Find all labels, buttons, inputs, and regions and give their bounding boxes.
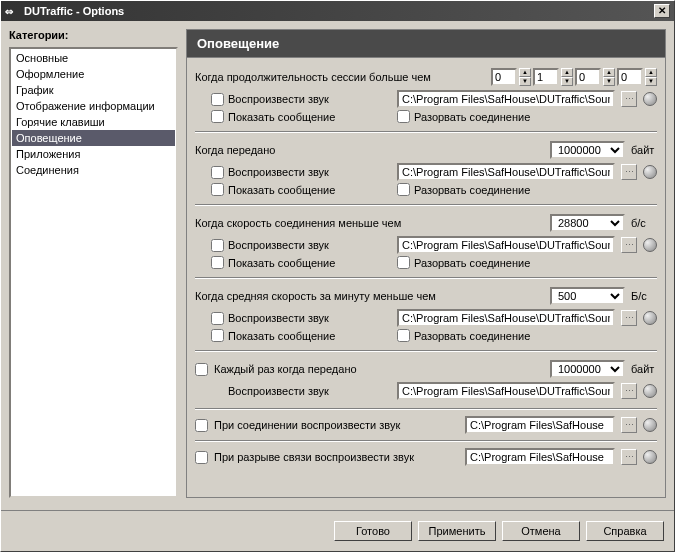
play-icon[interactable] [643, 450, 657, 464]
spin-up[interactable]: ▲ [519, 68, 531, 77]
section-transferred: Когда передано 1000000 байт Воспроизвест… [195, 139, 657, 196]
section-avg-speed: Когда средняя скорость за минуту меньше … [195, 285, 657, 342]
unit-byte: байт [631, 363, 657, 375]
sidebar-item[interactable]: Горячие клавиши [12, 114, 175, 130]
row-on-disconnect: При разрыве связи воспроизвести звук ⋯ [195, 448, 657, 466]
sound-path[interactable] [397, 236, 615, 254]
help-button[interactable]: Справка [586, 521, 664, 541]
section-transferred-label: Когда передано [195, 144, 544, 156]
lbl-disconnect: Разорвать соединение [414, 330, 530, 342]
spin-down[interactable]: ▼ [645, 77, 657, 86]
spin-s[interactable] [575, 68, 601, 86]
sidebar-item[interactable]: График [12, 82, 175, 98]
footer: Готово Применить Отмена Справка [1, 510, 674, 551]
panel-content: Когда продолжительность сессии больше че… [186, 58, 666, 498]
spin-m[interactable] [533, 68, 559, 86]
spin-ms[interactable] [617, 68, 643, 86]
sidebar-item[interactable]: Приложения [12, 146, 175, 162]
lbl-show-msg: Показать сообщение [228, 111, 393, 123]
chk-on-disconnect[interactable] [195, 451, 208, 464]
section-avg-speed-label: Когда средняя скорость за минуту меньше … [195, 290, 544, 302]
options-window: ⇔ DUTraffic - Options ✕ Категории: Основ… [0, 0, 675, 552]
main-panel: Оповещение Когда продолжительность сесси… [186, 29, 666, 498]
lbl-play-sound: Воспроизвести звук [228, 385, 393, 397]
lbl-disconnect: Разорвать соединение [414, 257, 530, 269]
lbl-on-disconnect: При разрыве связи воспроизвести звук [214, 451, 414, 463]
chk-show-msg[interactable] [211, 329, 224, 342]
chk-disconnect[interactable] [397, 256, 410, 269]
play-icon[interactable] [643, 165, 657, 179]
unit-bps: б/с [631, 217, 657, 229]
unit-byte: байт [631, 144, 657, 156]
sidebar-item[interactable]: Оповещение [12, 130, 175, 146]
combo-transferred[interactable]: 1000000 [550, 141, 625, 159]
browse-icon[interactable]: ⋯ [621, 237, 637, 253]
spin-up[interactable]: ▲ [603, 68, 615, 77]
sound-path[interactable] [397, 163, 615, 181]
section-speed: Когда скорость соединения меньше чем 288… [195, 212, 657, 269]
category-listbox[interactable]: ОсновныеОформлениеГрафикОтображение инфо… [9, 47, 178, 498]
sound-path[interactable] [397, 90, 615, 108]
lbl-show-msg: Показать сообщение [228, 257, 393, 269]
sidebar-item[interactable]: Основные [12, 50, 175, 66]
body: Категории: ОсновныеОформлениеГрафикОтобр… [1, 21, 674, 506]
spin-down[interactable]: ▼ [519, 77, 531, 86]
chk-play-sound[interactable] [211, 166, 224, 179]
chk-each-transfer[interactable] [195, 363, 208, 376]
browse-icon[interactable]: ⋯ [621, 164, 637, 180]
chk-play-sound[interactable] [211, 239, 224, 252]
chk-disconnect[interactable] [397, 329, 410, 342]
play-icon[interactable] [643, 311, 657, 325]
divider [195, 350, 657, 352]
lbl-show-msg: Показать сообщение [228, 184, 393, 196]
chk-show-msg[interactable] [211, 183, 224, 196]
apply-button[interactable]: Применить [418, 521, 496, 541]
spin-up[interactable]: ▲ [561, 68, 573, 77]
browse-icon[interactable]: ⋯ [621, 383, 637, 399]
chk-disconnect[interactable] [397, 183, 410, 196]
browse-icon[interactable]: ⋯ [621, 310, 637, 326]
lbl-show-msg: Показать сообщение [228, 330, 393, 342]
section-each-transfer-label: Каждый раз когда передано [214, 363, 544, 375]
sound-path-connect[interactable] [465, 416, 615, 434]
combo-each-transfer[interactable]: 1000000 [550, 360, 625, 378]
sound-path-disconnect[interactable] [465, 448, 615, 466]
sidebar-heading: Категории: [9, 29, 178, 41]
sound-path[interactable] [397, 382, 615, 400]
spin-up[interactable]: ▲ [645, 68, 657, 77]
titlebar: ⇔ DUTraffic - Options ✕ [1, 1, 674, 21]
play-icon[interactable] [643, 384, 657, 398]
play-icon[interactable] [643, 238, 657, 252]
chk-disconnect[interactable] [397, 110, 410, 123]
chk-play-sound[interactable] [211, 312, 224, 325]
divider [195, 204, 657, 206]
lbl-play-sound: Воспроизвести звук [228, 166, 393, 178]
chk-show-msg[interactable] [211, 256, 224, 269]
row-on-connect: При соединении воспроизвести звук ⋯ [195, 416, 657, 434]
sound-path[interactable] [397, 309, 615, 327]
spin-down[interactable]: ▼ [561, 77, 573, 86]
sidebar-item[interactable]: Оформление [12, 66, 175, 82]
lbl-play-sound: Воспроизвести звук [228, 312, 393, 324]
close-button[interactable]: ✕ [654, 4, 670, 18]
browse-icon[interactable]: ⋯ [621, 449, 637, 465]
chk-on-connect[interactable] [195, 419, 208, 432]
browse-icon[interactable]: ⋯ [621, 91, 637, 107]
chk-show-msg[interactable] [211, 110, 224, 123]
spin-down[interactable]: ▼ [603, 77, 615, 86]
browse-icon[interactable]: ⋯ [621, 417, 637, 433]
chk-play-sound[interactable] [211, 93, 224, 106]
combo-avg-speed[interactable]: 500 [550, 287, 625, 305]
lbl-disconnect: Разорвать соединение [414, 111, 530, 123]
section-duration-label: Когда продолжительность сессии больше че… [195, 71, 485, 83]
combo-speed[interactable]: 28800 [550, 214, 625, 232]
spin-h[interactable] [491, 68, 517, 86]
section-each-transfer: Каждый раз когда передано 1000000 байт В… [195, 358, 657, 400]
done-button[interactable]: Готово [334, 521, 412, 541]
play-icon[interactable] [643, 418, 657, 432]
sidebar-item[interactable]: Соединения [12, 162, 175, 178]
sidebar-item[interactable]: Отображение информации [12, 98, 175, 114]
cancel-button[interactable]: Отмена [502, 521, 580, 541]
lbl-disconnect: Разорвать соединение [414, 184, 530, 196]
play-icon[interactable] [643, 92, 657, 106]
